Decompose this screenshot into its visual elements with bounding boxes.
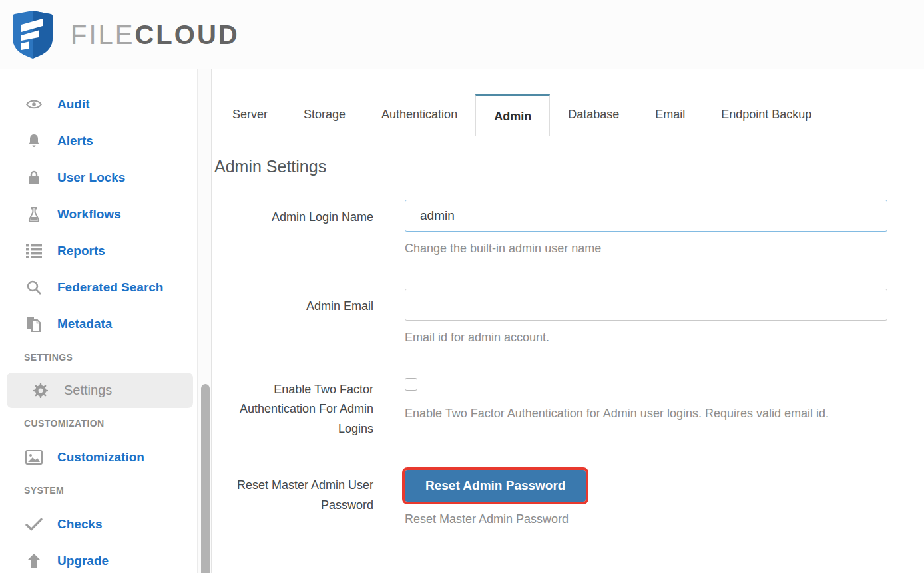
sidebar-item-label: Workflows — [57, 207, 121, 222]
arrow-up-icon — [25, 552, 43, 570]
reset-admin-password-button[interactable]: Reset Admin Password — [405, 470, 586, 502]
admin-login-name-row: Admin Login Name Change the built-in adm… — [214, 200, 924, 258]
gear-icon — [32, 382, 49, 399]
bell-icon — [25, 132, 43, 150]
sidebar-scrollbar-track[interactable] — [197, 69, 212, 573]
sidebar-item-label: Alerts — [57, 134, 93, 148]
tab-endpoint-backup[interactable]: Endpoint Backup — [703, 94, 829, 136]
tab-storage[interactable]: Storage — [286, 94, 363, 136]
eye-icon — [25, 96, 43, 113]
two-factor-checkbox[interactable] — [405, 378, 417, 391]
admin-email-input[interactable] — [405, 289, 887, 321]
two-factor-label: Enable Two Factor Authentication For Adm… — [214, 378, 373, 439]
sidebar-item-upgrade[interactable]: Upgrade — [0, 542, 197, 573]
tab-authentication[interactable]: Authentication — [363, 94, 475, 136]
sidebar-item-label: Customization — [57, 450, 144, 465]
sidebar-item-label: Federated Search — [57, 280, 163, 295]
admin-login-name-input[interactable] — [405, 200, 887, 232]
wordmark-cloud: CLOUD — [134, 20, 239, 49]
reset-password-label: Reset Master Admin User Password — [214, 470, 373, 529]
sidebar-item-settings[interactable]: Settings — [7, 373, 193, 408]
app-header: FILECLOUD — [0, 0, 924, 69]
sidebar-scrollbar-thumb[interactable] — [201, 384, 210, 573]
sidebar-nav: Audit Alerts User Locks Workflows Report — [0, 69, 197, 573]
reset-password-row: Reset Master Admin User Password Reset A… — [214, 470, 924, 529]
admin-login-name-label: Admin Login Name — [214, 200, 373, 258]
admin-email-label: Admin Email — [214, 289, 373, 347]
admin-login-name-help: Change the built-in admin user name — [405, 240, 887, 258]
check-icon — [25, 516, 43, 533]
tab-email[interactable]: Email — [637, 94, 703, 136]
tab-server[interactable]: Server — [214, 94, 286, 136]
settings-tabbar: Server Storage Authentication Admin Data… — [214, 94, 924, 136]
sidebar-item-label: Checks — [57, 517, 103, 532]
sidebar-item-workflows[interactable]: Workflows — [0, 196, 197, 232]
sidebar-item-reports[interactable]: Reports — [0, 232, 197, 269]
sidebar-item-label: Reports — [57, 244, 105, 258]
admin-email-help: Email id for admin account. — [405, 329, 887, 347]
sidebar-section-customization: CUSTOMIZATION — [0, 408, 197, 439]
image-icon — [25, 449, 43, 466]
wordmark-file: FILE — [71, 20, 134, 49]
two-factor-help: Enable Two Factor Authentication for Adm… — [405, 405, 887, 423]
flask-icon — [25, 206, 43, 223]
sidebar-item-label: Settings — [64, 383, 112, 398]
sidebar-item-user-locks[interactable]: User Locks — [0, 159, 197, 196]
sidebar-item-customization[interactable]: Customization — [0, 439, 197, 475]
page-title: Admin Settings — [214, 157, 924, 176]
two-factor-row: Enable Two Factor Authentication For Adm… — [214, 378, 924, 439]
pages-icon — [25, 315, 43, 333]
lock-icon — [25, 169, 43, 186]
tab-admin[interactable]: Admin — [475, 94, 550, 136]
sidebar-section-settings: SETTINGS — [0, 342, 197, 373]
sidebar-item-label: User Locks — [57, 170, 125, 185]
admin-email-row: Admin Email Email id for admin account. — [214, 289, 924, 347]
sidebar-item-alerts[interactable]: Alerts — [0, 122, 197, 159]
list-icon — [25, 242, 43, 260]
sidebar-item-audit[interactable]: Audit — [0, 86, 197, 122]
reset-password-help: Reset Master Admin Password — [405, 510, 887, 529]
sidebar-item-label: Upgrade — [57, 554, 109, 568]
sidebar-item-metadata[interactable]: Metadata — [0, 305, 197, 342]
tab-database[interactable]: Database — [550, 94, 637, 136]
sidebar-section-system: SYSTEM — [0, 475, 197, 506]
sidebar-item-federated-search[interactable]: Federated Search — [0, 269, 197, 305]
sidebar-item-checks[interactable]: Checks — [0, 506, 197, 542]
search-icon — [25, 279, 43, 296]
sidebar-item-label: Metadata — [57, 317, 112, 331]
filecloud-wordmark: FILECLOUD — [71, 21, 240, 48]
main-content: Server Storage Authentication Admin Data… — [197, 69, 924, 573]
filecloud-logo-icon — [12, 10, 53, 59]
sidebar-item-label: Audit — [57, 97, 90, 112]
